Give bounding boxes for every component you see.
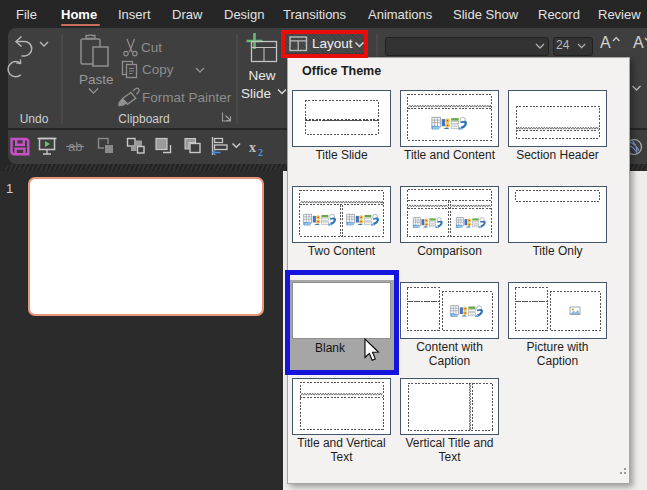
svg-text:2: 2	[258, 147, 263, 158]
svg-text:x: x	[249, 140, 256, 155]
